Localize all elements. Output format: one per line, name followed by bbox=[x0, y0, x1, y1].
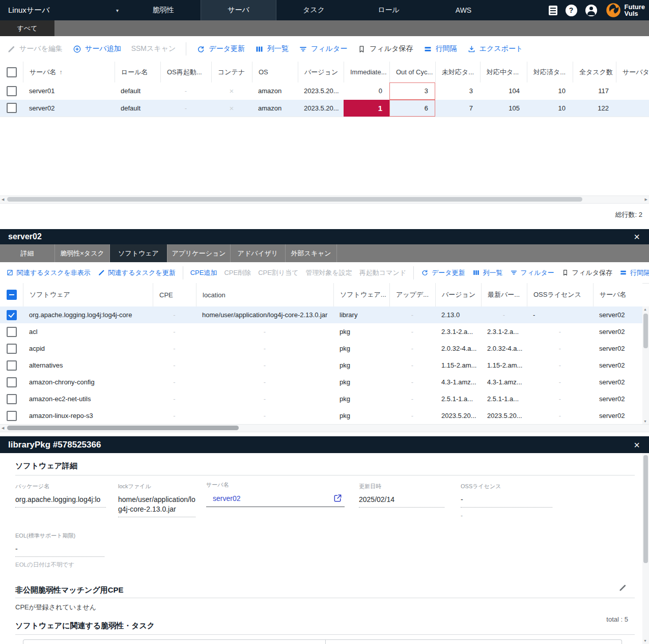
software-row[interactable]: alternatives - - pkg - 1.15-2.am... 1.15… bbox=[0, 357, 642, 374]
nav-tab-server[interactable]: サーバ bbox=[201, 0, 276, 20]
list-icon[interactable] bbox=[549, 6, 557, 15]
col-total-tasks[interactable]: 全タスク数 bbox=[573, 62, 616, 82]
scrollbar-thumb[interactable] bbox=[643, 314, 648, 348]
manage-target-button[interactable]: 管理対象を設定 bbox=[305, 268, 352, 277]
server-name-cell[interactable]: server01 bbox=[23, 82, 115, 100]
select-all-checkbox[interactable] bbox=[7, 67, 17, 77]
software-name-cell[interactable]: org.apache.logging.log4j:log4j-core bbox=[23, 306, 153, 323]
nav-tab-task[interactable]: タスク bbox=[276, 0, 351, 20]
refresh-data-button[interactable]: データ更新 bbox=[421, 268, 465, 277]
server-link[interactable]: server02 bbox=[213, 494, 240, 502]
nav-tab-aws[interactable]: AWS bbox=[426, 0, 501, 20]
row-checkbox[interactable] bbox=[7, 411, 17, 421]
server-name-cell[interactable]: server02 bbox=[23, 100, 115, 117]
col-done-tasks[interactable]: 対応済タ... bbox=[527, 62, 573, 82]
column-list-button[interactable]: 列一覧 bbox=[472, 268, 503, 277]
nav-tab-role[interactable]: ロール bbox=[351, 0, 426, 20]
software-row[interactable]: amazon-chrony-config - - pkg - 4.3-1.amz… bbox=[0, 374, 642, 391]
row-checkbox[interactable] bbox=[7, 394, 17, 404]
refresh-data-button[interactable]: データ更新 bbox=[196, 44, 245, 53]
save-filter-button[interactable]: フィルタ保存 bbox=[561, 268, 612, 277]
software-name-cell[interactable]: acl bbox=[23, 323, 153, 340]
table-row-server01[interactable]: server01 default - × amazon 2023.5.20...… bbox=[0, 82, 649, 100]
row-checkbox[interactable] bbox=[7, 103, 17, 113]
tab-advisory[interactable]: アドバイザリ bbox=[231, 244, 286, 262]
col-cpe[interactable]: CPE bbox=[153, 283, 196, 306]
scroll-down-icon[interactable]: ▼ bbox=[643, 419, 647, 423]
col-os-reboot[interactable]: OS再起動... bbox=[160, 62, 211, 82]
update-related-tasks-button[interactable]: 関連するタスクを更新 bbox=[98, 268, 176, 277]
scrollbar-thumb[interactable] bbox=[7, 426, 239, 430]
edit-server-button[interactable]: サーバを編集 bbox=[7, 44, 63, 53]
row-checkbox[interactable] bbox=[7, 310, 17, 320]
help-icon[interactable]: ? bbox=[566, 5, 577, 16]
cpe-delete-button[interactable]: CPE削除 bbox=[224, 268, 251, 277]
edit-cpe-button[interactable] bbox=[618, 583, 627, 594]
row-checkbox[interactable] bbox=[7, 327, 17, 337]
col-server-tag[interactable]: サーバタ... bbox=[616, 62, 649, 82]
reboot-command-button[interactable]: 再起動コマンド bbox=[359, 268, 406, 277]
software-name-cell[interactable]: amazon-ec2-net-utils bbox=[23, 390, 153, 407]
table-row-server02[interactable]: server02 default - × amazon 2023.5.20...… bbox=[0, 100, 649, 118]
tab-external-scan[interactable]: 外部スキャン bbox=[286, 244, 337, 262]
software-row[interactable]: acpid - - pkg - 2.0.32-4.a... 2.0.32-4.a… bbox=[0, 340, 642, 357]
software-row[interactable]: amazon-ec2-net-utils - - pkg - 2.5.1-1.a… bbox=[0, 390, 642, 408]
col-latest-version[interactable]: 最新バー... bbox=[481, 283, 527, 306]
software-row[interactable]: org.apache.logging.log4j:log4j-core - ho… bbox=[0, 306, 642, 324]
software-table-vscrollbar[interactable]: ▲ ▼ bbox=[642, 306, 649, 424]
col-in-progress-tasks[interactable]: 対応中タ... bbox=[480, 62, 527, 82]
col-server-name[interactable]: サーバ名↑ bbox=[23, 62, 115, 82]
save-filter-button[interactable]: フィルタ保存 bbox=[357, 44, 413, 53]
col-software[interactable]: ソフトウェア bbox=[23, 283, 153, 306]
tab-application[interactable]: アプリケーション bbox=[167, 244, 231, 262]
col-server-name[interactable]: サーバ名 bbox=[593, 283, 642, 306]
scroll-right-icon[interactable]: ▶ bbox=[645, 196, 647, 203]
col-open-tasks[interactable]: 未対応タ... bbox=[435, 62, 480, 82]
tab-details[interactable]: 詳細 bbox=[0, 244, 55, 262]
col-location[interactable]: location bbox=[196, 283, 333, 306]
col-immediate[interactable]: Immediate... bbox=[344, 62, 389, 82]
software-name-cell[interactable]: amazon-chrony-config bbox=[23, 374, 153, 390]
col-os[interactable]: OS bbox=[252, 62, 298, 82]
scroll-left-icon[interactable]: ◀ bbox=[2, 196, 4, 203]
col-role[interactable]: ロール名 bbox=[115, 62, 160, 82]
software-name-cell[interactable]: alternatives bbox=[23, 357, 153, 374]
external-link-icon[interactable] bbox=[333, 493, 343, 503]
cpe-add-button[interactable]: CPE追加 bbox=[190, 268, 217, 277]
col-oss-license[interactable]: OSSライセンス bbox=[527, 283, 593, 306]
col-update[interactable]: アップデ... bbox=[389, 283, 435, 306]
row-checkbox[interactable] bbox=[7, 360, 17, 371]
server-table-hscrollbar[interactable]: ◀ ▶ bbox=[0, 195, 649, 204]
scroll-down-icon[interactable]: ▼ bbox=[643, 639, 647, 642]
export-button[interactable]: エクスポート bbox=[467, 44, 523, 53]
add-server-button[interactable]: サーバ追加 bbox=[73, 44, 121, 53]
row-checkbox[interactable] bbox=[7, 344, 17, 354]
group-selector[interactable]: Linuxサーバ ▾ bbox=[0, 0, 126, 20]
scroll-up-icon[interactable]: ▲ bbox=[643, 307, 647, 311]
close-icon[interactable]: × bbox=[633, 232, 641, 242]
row-checkbox[interactable] bbox=[7, 377, 17, 387]
col-container[interactable]: コンテナ bbox=[211, 62, 252, 82]
cpe-assign-button[interactable]: CPE割り当て bbox=[258, 268, 298, 277]
col-version[interactable]: バージョン bbox=[435, 283, 481, 306]
close-icon[interactable]: × bbox=[633, 440, 641, 450]
nav-tab-vulnerability[interactable]: 脆弱性 bbox=[126, 0, 201, 20]
row-checkbox[interactable] bbox=[7, 86, 17, 96]
tab-vuln-task[interactable]: 脆弱性×タスク bbox=[55, 244, 110, 262]
user-account-icon[interactable] bbox=[585, 5, 597, 16]
scroll-left-icon[interactable]: ◀ bbox=[2, 425, 4, 431]
software-table-hscrollbar[interactable]: ◀ bbox=[0, 424, 649, 432]
scrollbar-thumb[interactable] bbox=[7, 197, 582, 202]
col-version[interactable]: バージョン bbox=[298, 62, 344, 82]
filter-button[interactable]: フィルター bbox=[510, 268, 554, 277]
tab-software[interactable]: ソフトウェア bbox=[110, 244, 167, 262]
col-software-type[interactable]: ソフトウェア... bbox=[333, 283, 389, 306]
software-name-cell[interactable]: acpid bbox=[23, 340, 153, 357]
row-spacing-button[interactable]: 行間隔 bbox=[424, 44, 457, 53]
software-row[interactable]: amazon-linux-repo-s3 - - pkg - 2023.5.20… bbox=[0, 407, 642, 425]
software-name-cell[interactable]: amazon-linux-repo-s3 bbox=[23, 407, 153, 424]
col-out-of-cycle[interactable]: Out of Cyc... bbox=[389, 62, 435, 82]
row-spacing-button[interactable]: 行間隔 bbox=[619, 268, 649, 277]
column-list-button[interactable]: 列一覧 bbox=[255, 44, 289, 53]
hide-related-tasks-button[interactable]: 関連するタスクを非表示 bbox=[6, 268, 91, 277]
